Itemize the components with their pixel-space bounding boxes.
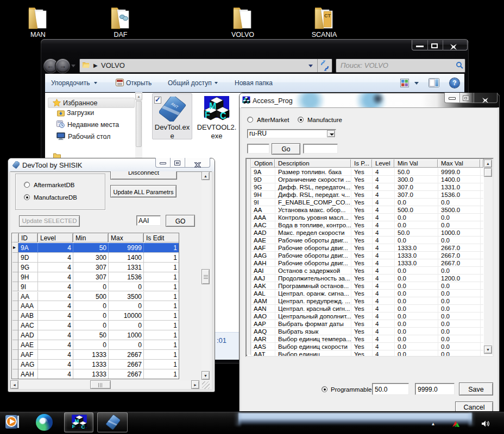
svg-text:C: C: [81, 424, 85, 430]
svg-text:C: C: [220, 111, 226, 120]
svg-text:M: M: [244, 98, 246, 101]
svg-text:CT: CT: [324, 13, 331, 18]
svg-text:M: M: [209, 101, 216, 111]
svg-text:F: F: [243, 101, 244, 104]
svg-text:F: F: [205, 110, 210, 119]
svg-text:F: F: [72, 423, 75, 429]
svg-text:C: C: [247, 101, 249, 104]
svg-text:M: M: [75, 418, 79, 424]
